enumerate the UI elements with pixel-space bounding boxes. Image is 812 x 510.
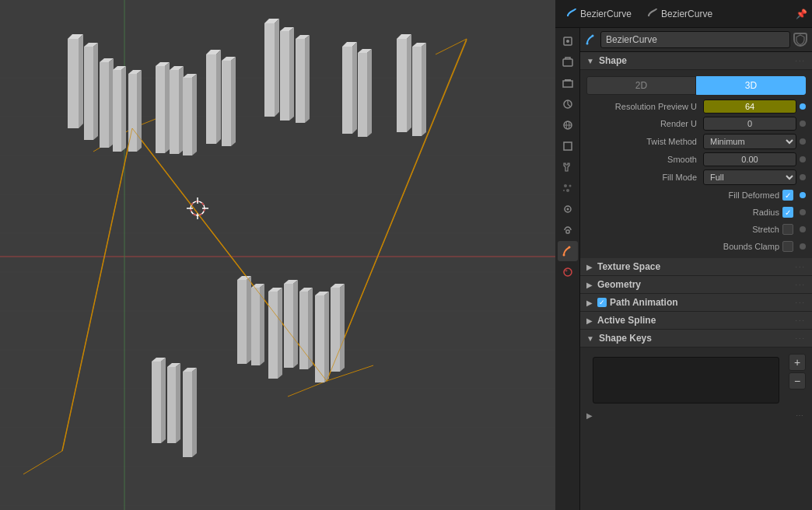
- constraints-icon[interactable]: [558, 220, 578, 240]
- tab-bezier-curve-2[interactable]: BezierCurve: [641, 4, 719, 23]
- svg-marker-61: [216, 50, 221, 144]
- object-name-input[interactable]: [600, 31, 790, 48]
- stretch-row: Stretch: [580, 221, 812, 238]
- shape-keys-section-header[interactable]: ▼ Shape Keys ···: [580, 330, 812, 348]
- svg-marker-38: [84, 47, 93, 140]
- pin-button[interactable]: 📌: [796, 9, 807, 19]
- path-animation-section-header[interactable]: ▶ ✓ Path Animation ···: [580, 294, 812, 312]
- header-tabs: BezierCurve BezierCurve 📌: [555, 0, 812, 28]
- shape-keys-title: Shape Keys: [599, 333, 652, 344]
- active-spline-title: Active Spline: [597, 315, 656, 326]
- shape-keys-list[interactable]: [593, 357, 779, 403]
- curve-tab-icon-1: [566, 7, 577, 20]
- path-animation-enabled-checkbox[interactable]: ✓: [597, 298, 607, 307]
- view-layer-icon[interactable]: [558, 73, 578, 93]
- shape-keys-content: + − ▶ ⋯: [580, 348, 812, 424]
- render-icon[interactable]: [558, 31, 578, 51]
- svg-marker-67: [275, 19, 279, 117]
- render-u-label: Render U: [586, 119, 697, 128]
- svg-marker-71: [296, 39, 305, 123]
- active-spline-menu[interactable]: ···: [795, 316, 806, 324]
- svg-point-126: [566, 40, 569, 43]
- svg-marker-95: [284, 284, 293, 368]
- render-u-row: Render U: [580, 115, 812, 132]
- svg-marker-86: [237, 280, 247, 364]
- texture-space-menu[interactable]: ···: [795, 263, 806, 271]
- svg-marker-65: [264, 23, 275, 117]
- geometry-section-header[interactable]: ▶ Geometry ···: [580, 276, 812, 294]
- svg-point-138: [563, 190, 565, 191]
- svg-point-135: [564, 184, 567, 187]
- tab-bezier-curve-1[interactable]: BezierCurve: [560, 4, 638, 23]
- resolution-preview-input[interactable]: [703, 100, 796, 114]
- fill-mode-select[interactable]: Full: [703, 169, 796, 185]
- toggle-3d[interactable]: 3D: [696, 76, 806, 95]
- data-curve-icon[interactable]: [558, 241, 578, 261]
- svg-point-140: [566, 208, 569, 211]
- svg-point-136: [569, 185, 571, 187]
- svg-marker-110: [167, 367, 176, 443]
- geometry-menu[interactable]: ···: [795, 281, 806, 288]
- properties-content-area: ▼ Shape ··· 2D 3D Resolution Preview U: [580, 28, 812, 510]
- svg-marker-64: [231, 57, 236, 146]
- fill-mode-dot: [800, 174, 806, 180]
- shape-section-header[interactable]: ▼ Shape ···: [580, 52, 812, 70]
- twist-method-dot: [800, 138, 806, 145]
- shape-section-menu[interactable]: ···: [795, 57, 806, 65]
- dimension-toggle-row: 2D 3D: [586, 76, 806, 95]
- radius-dot: [800, 209, 806, 215]
- properties-sidebar: [555, 28, 580, 510]
- output-icon[interactable]: [558, 52, 578, 72]
- svg-marker-37: [79, 34, 83, 128]
- svg-marker-82: [407, 34, 411, 132]
- active-spline-section-header[interactable]: ▶ Active Spline ···: [580, 312, 812, 330]
- right-panel: BezierCurve BezierCurve 📌: [555, 0, 812, 510]
- shape-keys-add-button[interactable]: +: [789, 354, 806, 371]
- geometry-arrow: ▶: [586, 281, 593, 289]
- curve-data-icon: [585, 33, 597, 46]
- radius-checkbox[interactable]: ✓: [782, 207, 793, 218]
- object-icon[interactable]: [558, 136, 578, 156]
- svg-point-147: [592, 35, 594, 37]
- bounds-clamp-checkbox[interactable]: [782, 241, 793, 252]
- svg-marker-107: [152, 362, 161, 443]
- path-animation-menu[interactable]: ···: [795, 299, 806, 306]
- smooth-input[interactable]: [703, 152, 796, 166]
- fill-mode-label: Fill Mode: [586, 173, 697, 182]
- fill-deformed-checkbox[interactable]: ✓: [782, 190, 793, 201]
- shape-keys-remove-button[interactable]: −: [789, 372, 806, 389]
- svg-marker-73: [305, 35, 310, 123]
- svg-marker-89: [251, 288, 260, 365]
- smooth-dot: [800, 156, 806, 162]
- world-icon[interactable]: [558, 115, 578, 135]
- scene-icon[interactable]: [558, 94, 578, 114]
- svg-rect-127: [563, 59, 572, 66]
- svg-marker-98: [299, 292, 308, 369]
- viewport-3d[interactable]: [0, 0, 555, 510]
- physics-icon[interactable]: [558, 199, 578, 219]
- render-u-input[interactable]: [703, 117, 796, 131]
- shape-keys-list-area: + −: [586, 354, 806, 407]
- fill-deformed-dot: [800, 192, 806, 198]
- svg-rect-134: [564, 142, 572, 150]
- stretch-checkbox[interactable]: [782, 224, 793, 235]
- svg-marker-74: [342, 47, 352, 134]
- toggle-2d[interactable]: 2D: [586, 76, 696, 95]
- svg-marker-52: [165, 62, 170, 153]
- svg-marker-77: [358, 53, 367, 137]
- path-animation-title: Path Animation: [610, 297, 678, 308]
- particles-icon[interactable]: [558, 178, 578, 198]
- svg-marker-92: [268, 292, 278, 379]
- svg-marker-41: [100, 62, 109, 148]
- svg-marker-106: [340, 284, 345, 372]
- svg-rect-129: [565, 79, 571, 81]
- tab-label-2: BezierCurve: [661, 9, 712, 19]
- material-icon[interactable]: [558, 262, 578, 282]
- main-panel: ▼ Shape ··· 2D 3D Resolution Preview U: [555, 28, 812, 510]
- radius-label: Radius: [753, 208, 779, 217]
- texture-space-title: Texture Space: [597, 261, 660, 272]
- modifier-icon[interactable]: [558, 157, 578, 177]
- shape-keys-menu[interactable]: ···: [795, 334, 806, 342]
- twist-method-select[interactable]: Minimum: [703, 134, 796, 149]
- texture-space-section-header[interactable]: ▶ Texture Space ···: [580, 258, 812, 276]
